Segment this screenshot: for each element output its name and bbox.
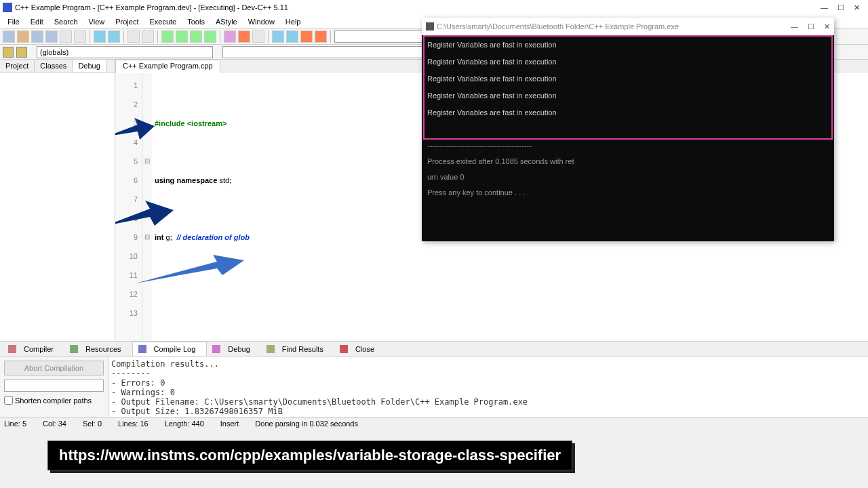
rebuild-icon[interactable]	[204, 30, 216, 43]
run-icon[interactable]	[176, 30, 188, 43]
debug-icon[interactable]	[224, 30, 236, 43]
replace-icon[interactable]	[142, 30, 154, 43]
svg-marker-1	[115, 201, 174, 226]
globals-combo[interactable]: (globals)	[37, 46, 213, 58]
console-minimize[interactable]: —	[791, 22, 798, 31]
status-col: Col: 34	[43, 420, 66, 428]
console-titlebar: C:\Users\smarty\Documents\Bluetooth Fold…	[422, 18, 834, 35]
shorten-paths-checkbox[interactable]: Shorten compiler paths	[4, 396, 104, 405]
goto-icon[interactable]	[3, 47, 14, 58]
status-mode: Insert	[220, 420, 239, 428]
maximize-button[interactable]: ☐	[837, 3, 844, 12]
undo-icon[interactable]	[94, 30, 106, 43]
close-button[interactable]: ✕	[854, 3, 860, 12]
redo-icon[interactable]	[108, 30, 120, 43]
tab-project[interactable]: Project	[0, 60, 35, 72]
profile-icon[interactable]	[252, 30, 264, 43]
status-parse: Done parsing in 0.032 seconds	[255, 420, 358, 428]
console-icon	[426, 22, 434, 30]
console-output: Register Variables are fast in execution…	[422, 35, 834, 241]
open-icon[interactable]	[17, 30, 29, 43]
menu-help[interactable]: Help	[281, 16, 306, 27]
tab-close-button[interactable]: Close	[334, 342, 385, 356]
compile-filter-input[interactable]	[4, 380, 104, 392]
annotation-arrow	[136, 255, 244, 289]
back-icon[interactable]	[16, 47, 27, 58]
console-maximize[interactable]: ☐	[808, 22, 814, 31]
tab-bottom-debug[interactable]: Debug	[207, 342, 260, 356]
save-icon[interactable]	[31, 30, 43, 43]
tab-compiler[interactable]: Compiler	[3, 342, 64, 356]
saveall-icon[interactable]	[45, 30, 58, 43]
abort-compilation-button[interactable]: Abort Compilation	[4, 361, 104, 375]
menu-search[interactable]: Search	[50, 16, 83, 27]
tab-resources[interactable]: Resources	[64, 342, 132, 356]
console-window[interactable]: C:\Users\smarty\Documents\Bluetooth Fold…	[422, 18, 834, 241]
menu-tools[interactable]: Tools	[182, 16, 210, 27]
compile-run-icon[interactable]	[190, 30, 202, 43]
svg-marker-0	[115, 118, 155, 140]
project-sidebar: Project Classes Debug	[0, 60, 115, 341]
find-icon[interactable]	[127, 30, 140, 43]
compile-log-output: Compilation results... -------- - Errors…	[108, 357, 868, 417]
url-overlay: https://www.instms.com/cpp/examples/vari…	[47, 441, 572, 470]
window-title: C++ Example Program - [C++ Example Progr…	[15, 3, 288, 12]
console-title-text: C:\Users\smarty\Documents\Bluetooth Fold…	[437, 22, 679, 30]
menu-window[interactable]: Window	[243, 16, 279, 27]
menu-file[interactable]: File	[3, 16, 24, 27]
menu-edit[interactable]: Edit	[26, 16, 48, 27]
compile-icon[interactable]	[161, 30, 174, 43]
grid-icon[interactable]	[272, 30, 284, 43]
close-file-icon[interactable]	[60, 30, 72, 43]
window-titlebar: C++ Example Program - [C++ Example Progr…	[0, 0, 868, 15]
tab-compile-log[interactable]: Compile Log	[132, 342, 208, 356]
annotation-arrow	[115, 113, 155, 146]
status-length: Length: 440	[165, 420, 204, 428]
grid2-icon[interactable]	[286, 30, 298, 43]
compile-panel: Abort Compilation Shorten compiler paths…	[0, 356, 868, 417]
app-icon	[3, 3, 12, 12]
tab-find-results[interactable]: Find Results	[261, 342, 334, 356]
grid3-icon[interactable]	[300, 30, 313, 43]
stop-icon[interactable]	[238, 30, 250, 43]
status-sel: Sel: 0	[83, 420, 102, 428]
bottom-tabs: Compiler Resources Compile Log Debug Fin…	[0, 341, 868, 356]
menu-astyle[interactable]: AStyle	[211, 16, 242, 27]
console-close[interactable]: ✕	[824, 22, 830, 31]
new-icon[interactable]	[3, 30, 15, 43]
source-code[interactable]: #include <iostream> using namespace std;…	[152, 73, 366, 341]
menu-project[interactable]: Project	[111, 16, 143, 27]
print-icon[interactable]	[74, 30, 86, 43]
minimize-button[interactable]: —	[821, 3, 828, 12]
status-lines: Lines: 16	[118, 420, 149, 428]
tab-classes[interactable]: Classes	[35, 60, 73, 72]
status-line: Line: 5	[4, 420, 26, 428]
svg-marker-2	[136, 255, 244, 283]
menu-execute[interactable]: Execute	[144, 16, 181, 27]
annotation-arrow	[115, 195, 174, 236]
file-tab[interactable]: C++ Example Program.cpp	[115, 60, 220, 73]
grid4-icon[interactable]	[315, 30, 327, 43]
tab-debug[interactable]: Debug	[73, 60, 106, 72]
console-highlight-box	[423, 35, 833, 140]
status-bar: Line: 5 Col: 34 Sel: 0 Lines: 16 Length:…	[0, 417, 868, 429]
menu-view[interactable]: View	[84, 16, 110, 27]
